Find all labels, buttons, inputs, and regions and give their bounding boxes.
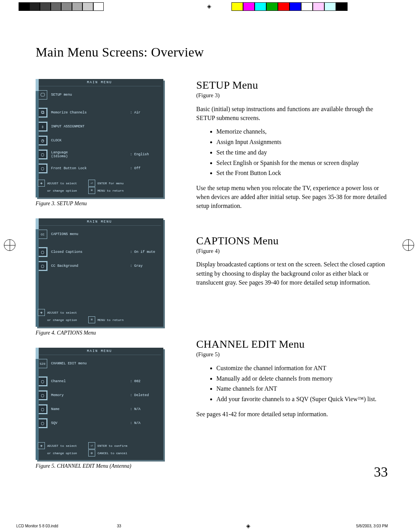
osd-item-label: SETUP menu [51, 93, 126, 97]
list-item: Assign Input Assignments [216, 137, 388, 147]
osd-body: CCCAPTIONS menu▢Closed Captions: On if m… [36, 226, 163, 306]
list-item: Memorize channels, [216, 127, 388, 137]
channels-icon: ⧉ [38, 108, 47, 117]
box-icon: ▢ [38, 419, 47, 428]
page-title: Main Menu Screens: Overview [36, 45, 388, 60]
osd-item-label: CLOCK [51, 139, 126, 142]
list-item: Manually add or delete channels from mem… [216, 374, 388, 384]
osd-footer-text: or change option [47, 318, 86, 322]
osd-footer-line: ✥ADJUST to select⏎ENTER for menu [38, 180, 161, 187]
box-icon: ▢ [38, 261, 47, 271]
osd-menu-item[interactable]: ▢Front Button Lock: Off [38, 161, 161, 175]
osd-footer-line: ✥ADJUST to select [38, 309, 161, 316]
osd-item-label: CC Background [51, 264, 126, 268]
osd-menu-item[interactable]: ▢SQV: N/A [38, 416, 161, 430]
osd-menu-item[interactable]: ▢Closed Captions: On if mute [38, 245, 161, 259]
osd-item-value: : 002 [130, 379, 161, 383]
osd-footer-line: or change option≡MENU to return [38, 316, 161, 323]
chedit-bullets: Customize the channel information for AN… [196, 364, 388, 404]
list-item: Set the time and day [216, 148, 388, 158]
osd-menu-item[interactable]: ▢Name: N/A [38, 402, 161, 416]
osd-footer: ✥ADJUST to select⏎ENTER to confirmor cha… [36, 439, 163, 460]
osd-item-label: Channel [51, 379, 126, 383]
osd-menu-item[interactable]: ▢Channel: 002 [38, 374, 161, 388]
osd-item-label: SQV [51, 421, 126, 425]
captions-figref: (Figure 4) [196, 247, 388, 256]
list-item: Set the Front Button Lock [216, 168, 388, 178]
monitor-icon: 🖵 [38, 90, 47, 100]
box-icon: ▢ [38, 377, 47, 386]
osd-menu-item[interactable]: ⧉Memorize Channels: Air [38, 106, 161, 120]
osd-menu-item[interactable]: ▢CC Background: Gray [38, 259, 161, 273]
setup-figref: (Figure 3) [196, 91, 388, 100]
menu-icon: ≡ [88, 187, 95, 194]
osd-menu-item[interactable]: ▢Language (Idioma): English [38, 148, 161, 161]
osd-menu-item[interactable]: ⇳INPUT ASSIGNMENT [38, 120, 161, 134]
osd-item-value: : Deleted [130, 393, 161, 397]
osd-body: 528CHANNEL EDIT menu▢Channel: 002▢Memory… [36, 355, 163, 439]
cc-icon: CC [38, 230, 47, 239]
osd-item-value: : English [130, 153, 161, 156]
osd-header: MAIN MENU [38, 348, 161, 355]
setup-outro: Use the setup menu when you relocate the… [196, 184, 388, 211]
box-icon: ▢ [38, 405, 47, 414]
chedit-figref: (Figure 5) [196, 350, 388, 359]
osd-footer: ✥ADJUST to selector change option≡MENU t… [36, 306, 163, 327]
list-item: Customize the channel information for AN… [216, 364, 388, 373]
osd-figure: MAIN MENU528CHANNEL EDIT menu▢Channel: 0… [36, 348, 169, 469]
osd-header: MAIN MENU [38, 218, 161, 226]
figure-caption: Figure 5. CHANNEL EDIT Menu (Antenna) [36, 463, 169, 469]
osd-footer-text: MENU to return [98, 318, 123, 322]
print-gray-bars [19, 2, 104, 11]
528-icon: 528 [38, 359, 47, 368]
setup-bullets: Memorize channels,Assign Input Assignmen… [196, 127, 388, 178]
osd-menu-item[interactable]: CCCAPTIONS menu [38, 227, 161, 241]
osd-item-value: : N/A [130, 407, 161, 411]
list-item: Name channels for ANT [216, 384, 388, 394]
osd-menu-item[interactable]: 🖵SETUP menu [38, 88, 161, 102]
box-icon: ▢ [38, 247, 47, 257]
osd-footer-line: or change option⊘CANCEL to cancel [38, 450, 161, 456]
osd-footer-line: ✥ADJUST to select⏎ENTER to confirm [38, 442, 161, 449]
nav-icon: ✥ [38, 309, 45, 316]
setup-heading: SETUP Menu [196, 79, 388, 91]
updown-icon: ⇳ [38, 122, 47, 131]
osd-item-label: Memorize Channels [51, 111, 126, 115]
chedit-outro: See pages 41-42 for more detailed setup … [196, 410, 388, 419]
osd-menu-item[interactable]: ◷CLOCK [38, 134, 161, 148]
box-icon: ▢ [38, 164, 47, 173]
print-color-bars [231, 2, 348, 11]
captions-body: Display broadcasted captions or text on … [196, 260, 388, 287]
osd-menu-item[interactable]: ▢Memory: Deleted [38, 388, 161, 402]
osd-footer-text: or change option [47, 451, 86, 455]
osd-header: MAIN MENU [38, 79, 161, 86]
osd-item-label: Language (Idioma) [51, 151, 126, 158]
osd-item-label: Memory [51, 393, 126, 397]
setup-intro: Basic (initial) setup instructions and f… [196, 105, 388, 122]
osd-footer-text: ADJUST to select [47, 182, 86, 185]
osd-menu-item[interactable]: 528CHANNEL EDIT menu [38, 357, 161, 371]
osd-footer-text: or change option [47, 189, 86, 192]
osd-item-value: : Off [130, 166, 161, 170]
figure-caption: Figure 4. CAPTIONS Menu [36, 330, 169, 336]
osd-screen: MAIN MENUCCCAPTIONS menu▢Closed Captions… [36, 218, 163, 327]
cancel-icon: ⊘ [88, 450, 95, 456]
osd-item-value: : On if mute [130, 250, 161, 254]
osd-item-value: : Gray [130, 264, 161, 268]
register-mark-top: ◈ [207, 3, 211, 10]
osd-screen: MAIN MENU🖵SETUP menu⧉Memorize Channels: … [36, 79, 163, 197]
osd-body: 🖵SETUP menu⧉Memorize Channels: Air⇳INPUT… [36, 86, 163, 177]
list-item: Add your favorite channels to a SQV (Sup… [216, 395, 388, 404]
osd-item-value: : N/A [130, 421, 161, 425]
chedit-heading: CHANNEL EDIT Menu [196, 338, 388, 350]
osd-item-label: Closed Captions [51, 250, 126, 254]
osd-footer-text: ENTER to confirm [98, 444, 127, 448]
page-number: 33 [374, 464, 388, 480]
text-column: SETUP Menu (Figure 3) Basic (initial) se… [196, 79, 388, 481]
menu-icon: ≡ [88, 316, 95, 323]
osd-item-label: Name [51, 407, 126, 411]
osd-figure: MAIN MENUCCCAPTIONS menu▢Closed Captions… [36, 218, 169, 336]
osd-figure: MAIN MENU🖵SETUP menu⧉Memorize Channels: … [36, 79, 169, 207]
captions-heading: CAPTIONS Menu [196, 235, 388, 247]
osd-footer-text: ADJUST to select [47, 311, 86, 314]
